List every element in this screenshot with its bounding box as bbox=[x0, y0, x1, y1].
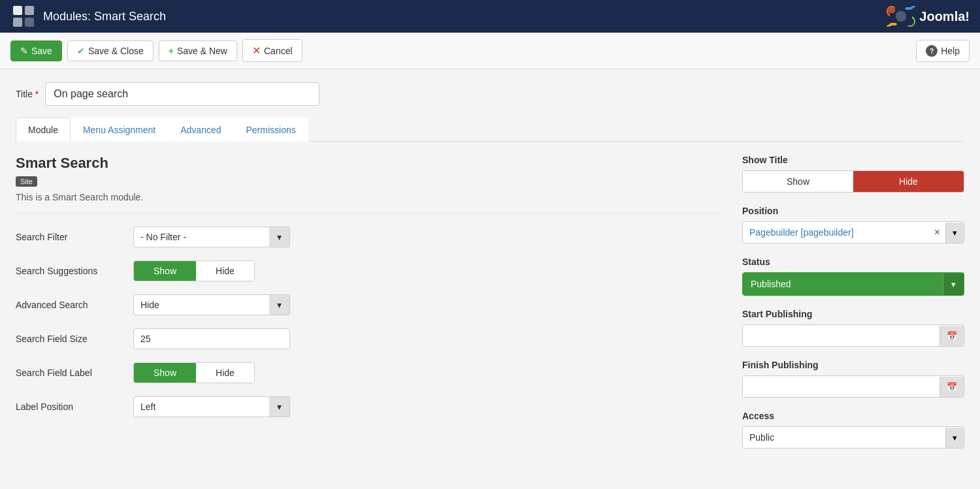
start-publishing-label: Start Publishing bbox=[742, 309, 964, 319]
save-close-button[interactable]: ✔ Save & Close bbox=[67, 40, 154, 61]
position-label: Position bbox=[742, 206, 964, 216]
search-field-size-label: Search Field Size bbox=[16, 334, 133, 344]
save-button[interactable]: ✎ Save bbox=[10, 40, 62, 61]
start-publishing-input[interactable] bbox=[743, 325, 939, 346]
page-title: Modules: Smart Search bbox=[43, 10, 166, 24]
advanced-search-select[interactable]: Hide Show bbox=[133, 294, 290, 315]
access-label: Access bbox=[742, 411, 964, 421]
search-field-label-group: Search Field Label Show Hide bbox=[16, 362, 723, 383]
svg-rect-2 bbox=[13, 18, 22, 27]
required-asterisk: * bbox=[35, 89, 39, 99]
content-layout: Smart Search Site This is a Smart Search… bbox=[16, 155, 964, 462]
main-content: Title * Module Menu Assignment Advanced … bbox=[0, 69, 980, 475]
show-title-toggle: Show Hide bbox=[742, 170, 964, 193]
search-field-label-label: Search Field Label bbox=[16, 368, 133, 378]
start-publishing-calendar-btn[interactable]: 📅 bbox=[939, 326, 964, 346]
check-icon: ✔ bbox=[77, 46, 85, 56]
advanced-search-select-wrapper: Hide Show ▾ bbox=[133, 294, 290, 315]
calendar-icon: 📅 bbox=[947, 331, 957, 341]
show-title-label: Show Title bbox=[742, 155, 964, 165]
position-value: Pagebuilder [pagebuilder] bbox=[743, 222, 929, 243]
show-title-hide-btn[interactable]: Hide bbox=[853, 171, 964, 192]
finish-publishing-field: 📅 bbox=[742, 375, 964, 398]
svg-rect-1 bbox=[25, 6, 34, 15]
label-position-label: Label Position bbox=[16, 402, 133, 412]
toolbar: ✎ Save ✔ Save & Close + Save & New ✕ Can… bbox=[0, 33, 980, 69]
tab-module[interactable]: Module bbox=[16, 118, 71, 142]
label-position-select-wrapper: Left Right ▾ bbox=[133, 396, 290, 417]
title-label: Title * bbox=[16, 89, 39, 99]
divider bbox=[16, 213, 723, 213]
access-value: Public bbox=[743, 427, 945, 448]
status-dropdown-btn[interactable]: ▾ bbox=[943, 274, 964, 295]
status-section: Status Published ▾ bbox=[742, 257, 964, 296]
help-icon: ? bbox=[926, 45, 938, 57]
position-chevron-icon: ▾ bbox=[953, 228, 957, 238]
search-filter-label: Search Filter bbox=[16, 232, 133, 242]
status-value: Published bbox=[743, 273, 943, 295]
top-header: Modules: Smart Search Joomla! bbox=[0, 0, 980, 33]
header-left: Modules: Smart Search bbox=[10, 3, 166, 29]
finish-publishing-calendar-btn[interactable]: 📅 bbox=[939, 377, 964, 397]
tab-menu-assignment[interactable]: Menu Assignment bbox=[71, 118, 168, 142]
access-dropdown: Public ▾ bbox=[742, 426, 964, 449]
advanced-search-label: Advanced Search bbox=[16, 300, 133, 310]
start-publishing-section: Start Publishing 📅 bbox=[742, 309, 964, 347]
svg-rect-0 bbox=[13, 6, 22, 15]
search-field-label-toggle: Show Hide bbox=[133, 362, 255, 383]
search-suggestions-hide-btn[interactable]: Hide bbox=[196, 261, 254, 281]
finish-publishing-label: Finish Publishing bbox=[742, 360, 964, 370]
save-new-button[interactable]: + Save & New bbox=[159, 40, 237, 61]
search-filter-group: Search Filter - No Filter - ▾ bbox=[16, 227, 723, 247]
title-input[interactable] bbox=[45, 82, 319, 106]
site-badge: Site bbox=[16, 176, 37, 187]
calendar-icon-2: 📅 bbox=[947, 382, 957, 392]
cube-icon bbox=[10, 3, 37, 29]
joomla-logo: Joomla! bbox=[887, 5, 970, 28]
access-dropdown-btn[interactable]: ▾ bbox=[945, 428, 964, 448]
show-title-show-btn[interactable]: Show bbox=[743, 171, 853, 192]
joomla-logo-icon bbox=[887, 5, 915, 28]
advanced-search-group: Advanced Search Hide Show ▾ bbox=[16, 294, 723, 315]
status-label: Status bbox=[742, 257, 964, 267]
access-section: Access Public ▾ bbox=[742, 411, 964, 449]
search-field-label-hide-btn[interactable]: Hide bbox=[196, 363, 254, 383]
finish-publishing-input[interactable] bbox=[743, 376, 939, 397]
save-icon: ✎ bbox=[20, 46, 28, 56]
search-field-label-show-btn[interactable]: Show bbox=[134, 363, 196, 383]
help-button[interactable]: ? Help bbox=[916, 40, 970, 62]
cancel-icon: ✕ bbox=[252, 44, 261, 57]
search-suggestions-show-btn[interactable]: Show bbox=[134, 261, 196, 281]
position-section: Position Pagebuilder [pagebuilder] × ▾ bbox=[742, 206, 964, 244]
search-suggestions-label: Search Suggestions bbox=[16, 266, 133, 276]
start-publishing-field: 📅 bbox=[742, 324, 964, 347]
plus-icon: + bbox=[169, 46, 174, 56]
joomla-text: Joomla! bbox=[919, 9, 970, 24]
module-description: This is a Smart Search module. bbox=[16, 192, 723, 202]
access-chevron-icon: ▾ bbox=[953, 433, 957, 443]
content-right: Show Title Show Hide Position Pagebuilde… bbox=[742, 155, 964, 462]
search-field-size-group: Search Field Size bbox=[16, 328, 723, 349]
search-suggestions-toggle: Show Hide bbox=[133, 260, 255, 281]
search-suggestions-group: Search Suggestions Show Hide bbox=[16, 260, 723, 281]
label-position-group: Label Position Left Right ▾ bbox=[16, 396, 723, 417]
show-title-section: Show Title Show Hide bbox=[742, 155, 964, 193]
module-heading: Smart Search bbox=[16, 155, 723, 172]
tabs: Module Menu Assignment Advanced Permissi… bbox=[16, 118, 964, 142]
position-dropdown-btn[interactable]: ▾ bbox=[945, 223, 964, 243]
title-row: Title * bbox=[16, 82, 964, 106]
search-filter-select[interactable]: - No Filter - bbox=[133, 227, 290, 247]
search-filter-select-wrapper: - No Filter - ▾ bbox=[133, 227, 290, 247]
status-dropdown: Published ▾ bbox=[742, 272, 964, 296]
label-position-select[interactable]: Left Right bbox=[133, 396, 290, 417]
tab-permissions[interactable]: Permissions bbox=[234, 118, 308, 142]
search-field-size-input[interactable] bbox=[133, 328, 290, 349]
position-field: Pagebuilder [pagebuilder] × ▾ bbox=[742, 221, 964, 244]
finish-publishing-section: Finish Publishing 📅 bbox=[742, 360, 964, 398]
content-left: Smart Search Site This is a Smart Search… bbox=[16, 155, 723, 462]
cancel-button[interactable]: ✕ Cancel bbox=[242, 39, 302, 62]
svg-rect-3 bbox=[25, 18, 34, 27]
position-clear-btn[interactable]: × bbox=[929, 227, 945, 238]
status-chevron-icon: ▾ bbox=[951, 279, 956, 289]
tab-advanced[interactable]: Advanced bbox=[168, 118, 233, 142]
